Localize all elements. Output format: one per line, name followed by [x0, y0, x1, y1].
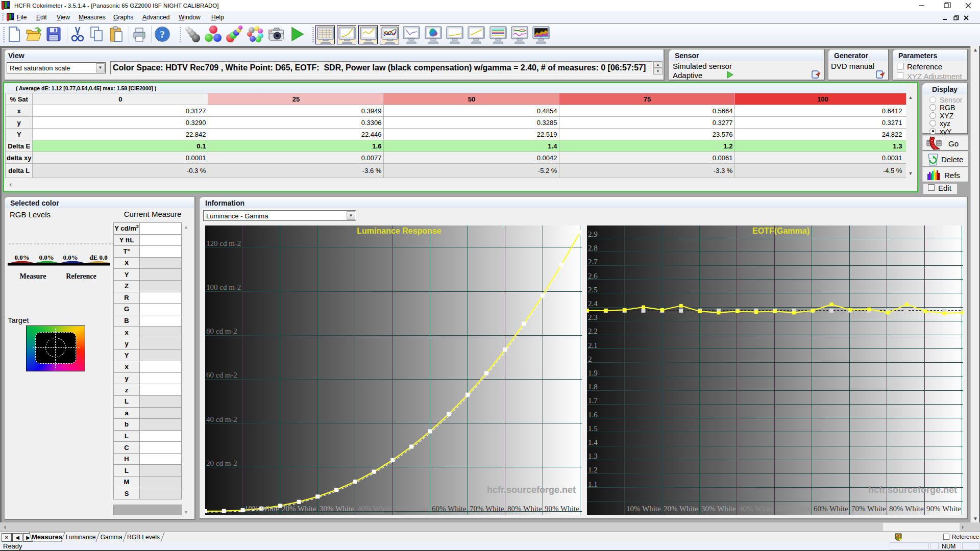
svg-text:2.1: 2.1 [588, 341, 598, 349]
svg-text:40% White: 40% White [357, 505, 392, 513]
svg-text:40 cd m-2: 40 cd m-2 [206, 415, 237, 423]
svg-text:2.4: 2.4 [588, 299, 598, 308]
svg-text:Luminance: Luminance [66, 534, 96, 541]
svg-text:1.7: 1.7 [588, 396, 598, 405]
svg-text:?: ? [160, 29, 165, 40]
svg-text:80% White: 80% White [889, 505, 924, 513]
svg-text:dE 0.0: dE 0.0 [89, 254, 107, 261]
svg-text:60% White: 60% White [814, 505, 848, 513]
svg-text:1.1: 1.1 [588, 480, 598, 488]
svg-text:20% White: 20% White [282, 505, 316, 513]
svg-text:100 cd m-2: 100 cd m-2 [206, 283, 241, 291]
svg-text:1.2: 1.2 [588, 466, 598, 474]
svg-text:Luminance Response: Luminance Response [357, 227, 441, 235]
svg-text:70% White: 70% White [851, 505, 886, 513]
svg-text:50% White: 50% White [395, 505, 429, 513]
svg-text:0.0%: 0.0% [39, 254, 54, 261]
svg-text:0.0%: 0.0% [63, 254, 78, 261]
svg-text:50% White: 50% White [776, 505, 811, 513]
svg-text:30% White: 30% White [701, 505, 736, 513]
svg-text:2.6: 2.6 [588, 272, 598, 280]
svg-text:RGB Levels: RGB Levels [127, 534, 160, 541]
svg-text:80 cd m-2: 80 cd m-2 [206, 327, 237, 335]
svg-text:60 cd m-2: 60 cd m-2 [206, 371, 237, 379]
svg-text:hcfr.sourceforge.net: hcfr.sourceforge.net [868, 485, 957, 495]
svg-text:0.0%: 0.0% [14, 254, 29, 261]
svg-text:EOTF(Gamma): EOTF(Gamma) [752, 227, 810, 235]
svg-text:10% White: 10% White [626, 505, 661, 513]
svg-text:1.4: 1.4 [588, 438, 598, 446]
svg-text:90% White: 90% White [926, 505, 961, 513]
svg-text:2.5: 2.5 [588, 286, 598, 294]
svg-text:80% White: 80% White [507, 505, 542, 513]
svg-text:1.9: 1.9 [588, 369, 598, 377]
svg-text:120 cd m-2: 120 cd m-2 [206, 239, 241, 247]
svg-text:70% White: 70% White [470, 505, 504, 513]
svg-text:1.6: 1.6 [588, 411, 598, 419]
svg-text:1.3: 1.3 [588, 452, 598, 460]
svg-text:40% White: 40% White [739, 505, 774, 513]
svg-text:60% White: 60% White [432, 505, 467, 513]
svg-text:Gamma: Gamma [101, 534, 122, 541]
svg-text:hcfr.sourceforge.net: hcfr.sourceforge.net [487, 485, 576, 495]
svg-text:2.9: 2.9 [588, 230, 598, 238]
svg-text:90% White: 90% White [545, 505, 579, 513]
svg-text:20% White: 20% White [664, 505, 698, 513]
svg-text:2.2: 2.2 [588, 327, 598, 335]
svg-text:1.8: 1.8 [588, 383, 598, 391]
svg-text:10% White: 10% White [244, 505, 279, 513]
svg-text:1.5: 1.5 [588, 424, 598, 433]
svg-text:2: 2 [588, 355, 592, 363]
svg-text:30% White: 30% White [320, 505, 354, 513]
svg-text:Measures: Measures [32, 533, 62, 541]
svg-text:2.8: 2.8 [588, 244, 598, 252]
svg-text:20 cd m-2: 20 cd m-2 [206, 459, 237, 467]
svg-text:2.3: 2.3 [588, 313, 598, 321]
svg-text:2.7: 2.7 [588, 258, 598, 266]
